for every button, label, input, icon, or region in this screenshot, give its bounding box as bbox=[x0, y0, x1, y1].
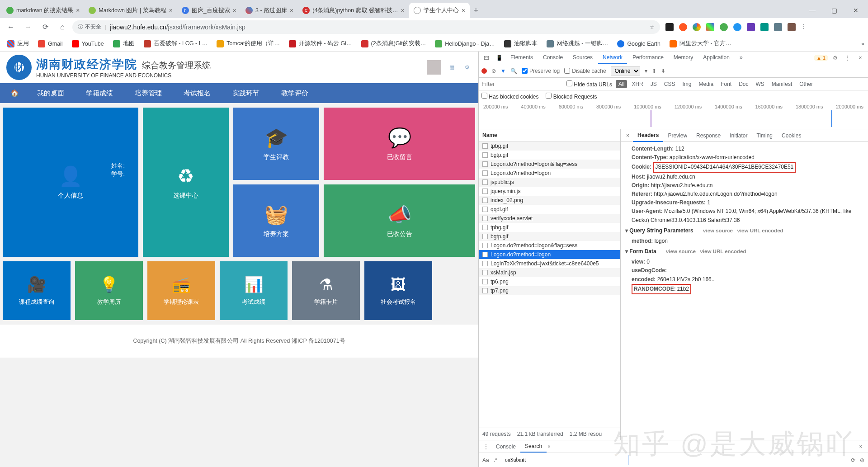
network-request-row[interactable]: Logon.do?method=logon bbox=[479, 250, 620, 259]
nav-home-icon[interactable]: 🏠 bbox=[4, 83, 25, 103]
network-request-row[interactable]: LoginToXk?method=jwxt&ticket=c8ee6400e5 bbox=[479, 259, 620, 268]
drawer-tab[interactable]: Console bbox=[491, 441, 520, 452]
extension-icon[interactable] bbox=[747, 23, 755, 31]
tile-personal-info[interactable]: 👤 个人信息 姓名: 学号: bbox=[3, 108, 138, 257]
browser-tab[interactable]: 3 - 路过图床× bbox=[241, 3, 298, 18]
tile-student-card[interactable]: ⚗学籍卡片 bbox=[292, 261, 360, 320]
maximize-button[interactable]: ▢ bbox=[824, 3, 844, 18]
match-case-icon[interactable]: Aa bbox=[482, 457, 489, 463]
bookmark-item[interactable]: 吾爱破解 - LCG - L… bbox=[140, 38, 211, 49]
security-indicator[interactable]: ⓘ 不安全 bbox=[78, 23, 101, 31]
network-request-row[interactable]: bgtp.gif bbox=[479, 151, 620, 160]
filter-chip[interactable]: Other bbox=[797, 80, 816, 88]
bookmark-item[interactable]: 地图 bbox=[109, 38, 138, 49]
network-request-row[interactable]: jquery.min.js bbox=[479, 187, 620, 196]
filter-chip[interactable]: Doc bbox=[736, 80, 751, 88]
apps-shortcut[interactable]: 应用 bbox=[4, 38, 33, 49]
browser-tab[interactable]: markdown 的搜索结果× bbox=[2, 3, 84, 18]
inspect-element-icon[interactable]: ⮹ bbox=[481, 52, 492, 63]
bookmark-item[interactable]: 阿里云大学 - 官方… bbox=[666, 38, 735, 49]
panel-tab[interactable]: Performance bbox=[628, 52, 668, 64]
extension-icon[interactable] bbox=[733, 23, 741, 31]
network-request-row[interactable]: qqdl.gif bbox=[479, 205, 620, 214]
bookmark-star-icon[interactable]: ☆ bbox=[650, 24, 655, 30]
tile-exam-grades[interactable]: 📊考试成绩 bbox=[220, 261, 288, 320]
network-request-row[interactable]: tp7.png bbox=[479, 286, 620, 295]
filter-chip[interactable]: Img bbox=[679, 80, 694, 88]
network-timeline[interactable]: 200000 ms 400000 ms 600000 ms 800000 ms … bbox=[479, 102, 868, 129]
tile-grades-query[interactable]: 🎥课程成绩查询 bbox=[3, 261, 71, 320]
device-toggle-icon[interactable]: 📱 bbox=[493, 52, 505, 63]
close-icon[interactable]: × bbox=[462, 7, 465, 14]
bookmark-overflow[interactable]: » bbox=[861, 41, 864, 47]
bookmark-item[interactable]: 油猴脚本 bbox=[500, 38, 541, 49]
minimize-button[interactable]: — bbox=[802, 3, 823, 18]
nav-item[interactable]: 教学评价 bbox=[271, 83, 318, 103]
network-request-row[interactable]: jspublic.js bbox=[479, 178, 620, 187]
detail-tab[interactable]: Cookies bbox=[777, 130, 806, 142]
network-request-row[interactable]: tpbg.gif bbox=[479, 223, 620, 232]
browser-tab[interactable]: C(4条消息)python 爬取 强智科技…× bbox=[298, 3, 409, 18]
network-request-row[interactable]: verifycode.servlet bbox=[479, 214, 620, 223]
network-request-row[interactable]: tpbg.gif bbox=[479, 142, 620, 151]
search-icon[interactable]: 🔍 bbox=[510, 68, 517, 74]
bookmark-item[interactable]: Google Earth bbox=[613, 38, 664, 49]
blocked-requests-checkbox[interactable]: Blocked Requests bbox=[546, 93, 597, 100]
extension-icon[interactable] bbox=[665, 23, 674, 31]
nav-item[interactable]: 考试报名 bbox=[174, 83, 221, 103]
user-avatar[interactable] bbox=[427, 60, 441, 75]
close-icon[interactable]: × bbox=[290, 7, 293, 14]
forward-button[interactable]: → bbox=[21, 20, 35, 34]
panel-tab[interactable]: Application bbox=[698, 52, 734, 64]
section-form-data[interactable]: Form Data view source view URL encoded bbox=[625, 245, 863, 258]
home-button[interactable]: ⌂ bbox=[55, 20, 70, 34]
bookmark-item[interactable]: HelloDjango - Dja… bbox=[431, 38, 498, 49]
close-icon[interactable]: × bbox=[233, 7, 236, 14]
close-icon[interactable]: × bbox=[76, 7, 80, 14]
panel-tab[interactable]: Console bbox=[538, 52, 567, 64]
warning-badge[interactable]: ▲ 1 bbox=[814, 55, 828, 61]
bookmark-item[interactable]: Tomcat的使用（详… bbox=[213, 38, 283, 49]
bookmark-item[interactable]: 网络跳越 - 一键脚… bbox=[543, 38, 612, 49]
nav-item[interactable]: 培养管理 bbox=[125, 83, 172, 103]
reload-button[interactable]: ⟳ bbox=[38, 20, 52, 34]
network-request-row[interactable]: tp6.png bbox=[479, 277, 620, 286]
panel-overflow[interactable]: » bbox=[735, 52, 747, 64]
extension-icon[interactable] bbox=[706, 23, 714, 31]
filter-chip[interactable]: All bbox=[616, 80, 627, 88]
new-tab-button[interactable]: + bbox=[470, 4, 482, 17]
panel-tab[interactable]: Sources bbox=[568, 52, 597, 64]
refresh-icon[interactable]: ⟳ bbox=[851, 457, 855, 463]
tile-messages[interactable]: 💬 已收留言 bbox=[324, 108, 475, 180]
network-request-row[interactable]: Logon.do?method=logon&flag=sess bbox=[479, 241, 620, 250]
detail-tab[interactable]: Initiator bbox=[725, 130, 752, 142]
detail-tab[interactable]: Response bbox=[692, 130, 725, 142]
upload-icon[interactable]: ⬆ bbox=[652, 68, 656, 74]
disable-cache-checkbox[interactable]: Disable cache bbox=[564, 68, 606, 74]
detail-tab[interactable]: Headers bbox=[633, 129, 663, 142]
filter-toggle-icon[interactable]: ▼ bbox=[500, 68, 506, 74]
close-drawer-icon[interactable]: × bbox=[855, 443, 866, 450]
filter-input[interactable] bbox=[481, 80, 563, 87]
back-button[interactable]: ← bbox=[4, 20, 18, 34]
browser-tab-active[interactable]: 学生个人中心× bbox=[409, 3, 470, 18]
panel-tab-active[interactable]: Network bbox=[598, 52, 627, 64]
network-request-row[interactable]: xsMain.jsp bbox=[479, 268, 620, 277]
nav-item[interactable]: 实践环节 bbox=[222, 83, 269, 103]
close-icon[interactable]: × bbox=[169, 7, 173, 14]
extension-icon[interactable] bbox=[760, 23, 769, 31]
bookmark-item[interactable]: (2条消息)Git的安装… bbox=[358, 38, 430, 49]
detail-tab[interactable]: Timing bbox=[752, 130, 777, 142]
close-icon[interactable]: × bbox=[547, 443, 551, 450]
bookmark-item[interactable]: 开源软件 - 码云 Gi… bbox=[285, 38, 356, 49]
chevron-down-icon[interactable]: ▾ bbox=[645, 68, 647, 74]
network-request-row[interactable]: Logon.do?method=logon bbox=[479, 169, 620, 178]
extension-icon[interactable] bbox=[788, 23, 796, 31]
filter-chip[interactable]: Media bbox=[696, 80, 716, 88]
clear-icon[interactable]: ⊘ bbox=[860, 457, 864, 463]
regex-icon[interactable]: .* bbox=[494, 457, 497, 463]
grid-icon[interactable]: ▦ bbox=[447, 62, 457, 72]
tile-training-plan[interactable]: 🧺 培养方案 bbox=[233, 184, 319, 257]
tile-evaluation[interactable]: 🎓 学生评教 bbox=[233, 108, 319, 180]
menu-icon[interactable]: ⋮ bbox=[481, 443, 491, 450]
